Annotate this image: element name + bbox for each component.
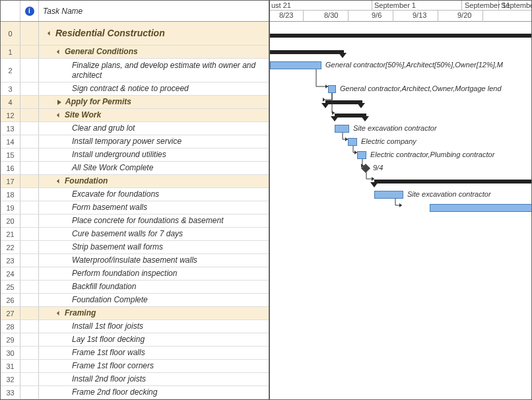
- task-row[interactable]: 20Place concrete for foundations & basem…: [1, 215, 269, 228]
- task-name-cell[interactable]: Clear and grub lot: [39, 122, 269, 135]
- row-id: 4: [1, 96, 20, 108]
- row-info: [20, 22, 39, 45]
- task-name-cell[interactable]: Install 1st floor joists: [39, 320, 269, 333]
- task-name-cell[interactable]: General Conditions: [39, 46, 269, 58]
- task-row[interactable]: 24Perform foundation inspection: [1, 267, 269, 281]
- collapse-icon[interactable]: [57, 311, 61, 316]
- task-name-cell[interactable]: Finalize plans, and develop estimate wit…: [39, 59, 269, 82]
- task-name-text: Finalize plans, and develop estimate wit…: [72, 61, 266, 80]
- task-name-cell[interactable]: Framing: [39, 307, 269, 319]
- task-row[interactable]: 31Frame 1st floor corners: [1, 360, 269, 373]
- task-name-text: Framing: [65, 308, 96, 317]
- task-row[interactable]: 27Framing: [1, 307, 269, 320]
- task-row[interactable]: 15Install underground utilities: [1, 149, 269, 162]
- task-name-cell[interactable]: Apply for Permits: [39, 96, 269, 108]
- row-info: [20, 162, 39, 174]
- task-row[interactable]: 32Install 2nd floor joists: [1, 373, 269, 386]
- task-name-text: Sign contract & notice to proceed: [72, 84, 189, 93]
- row-info: [20, 228, 39, 240]
- task-name-text: Backfill foundation: [72, 282, 136, 291]
- row-info: [20, 373, 39, 385]
- task-name-cell[interactable]: Strip basement wall forms: [39, 241, 269, 253]
- id-column-header[interactable]: [1, 1, 20, 21]
- task-name-text: Apply for Permits: [65, 97, 131, 106]
- row-id: 0: [1, 22, 20, 45]
- row-info: [20, 149, 39, 161]
- task-name-cell[interactable]: Place concrete for foundations & basemen…: [39, 215, 269, 227]
- task-row[interactable]: 25Backfill foundation: [1, 281, 269, 294]
- gantt-app: i Task Name 0Residential Construction1Ge…: [0, 0, 532, 400]
- info-column-header[interactable]: i: [20, 1, 39, 21]
- task-name-cell[interactable]: Frame 1st floor walls: [39, 347, 269, 359]
- task-name-cell[interactable]: Frame 1st floor corners: [39, 360, 269, 372]
- row-info: [20, 122, 39, 135]
- row-info: [20, 347, 39, 359]
- row-info: [20, 386, 39, 399]
- task-name-text: Cure basement walls for 7 days: [72, 229, 183, 238]
- timeline-body[interactable]: General contractor[50%],Architect[50%],O…: [270, 22, 531, 399]
- task-name-cell[interactable]: Install underground utilities: [39, 149, 269, 161]
- task-row[interactable]: 1General Conditions: [1, 46, 269, 59]
- task-row[interactable]: 2Finalize plans, and develop estimate wi…: [1, 59, 269, 83]
- task-row[interactable]: 29Lay 1st floor decking: [1, 333, 269, 347]
- task-bar[interactable]: [430, 204, 531, 212]
- task-name-cell[interactable]: Foundation: [39, 175, 269, 187]
- task-name-text: Install temporary power service: [72, 137, 182, 146]
- row-info: [20, 360, 39, 372]
- task-name-text: Perform foundation inspection: [72, 269, 177, 278]
- task-name-cell[interactable]: Frame 2nd floor decking: [39, 386, 269, 399]
- task-row[interactable]: 30Frame 1st floor walls: [1, 347, 269, 360]
- row-id: 21: [1, 228, 20, 240]
- row-id: 33: [1, 386, 20, 399]
- task-name-cell[interactable]: Backfill foundation: [39, 281, 269, 293]
- task-row[interactable]: 19Form basement walls: [1, 201, 269, 215]
- grid-header: i Task Name: [1, 1, 269, 22]
- row-info: [20, 307, 39, 319]
- task-row[interactable]: 16All Site Work Complete: [1, 162, 269, 175]
- task-name-text: General Conditions: [65, 47, 138, 56]
- timeline-panel[interactable]: ust 21September 1September 11September 2…: [270, 1, 531, 399]
- task-name-cell[interactable]: Cure basement walls for 7 days: [39, 228, 269, 240]
- task-row[interactable]: 33Frame 2nd floor decking: [1, 386, 269, 399]
- task-row[interactable]: 26Foundation Complete: [1, 294, 269, 307]
- task-grid: i Task Name 0Residential Construction1Ge…: [1, 1, 270, 399]
- task-row[interactable]: 13Clear and grub lot: [1, 122, 269, 135]
- task-name-text: Foundation Complete: [72, 295, 148, 304]
- task-row[interactable]: 21Cure basement walls for 7 days: [1, 228, 269, 241]
- task-name-cell[interactable]: Site Work: [39, 109, 269, 121]
- task-row[interactable]: 3Sign contract & notice to proceed: [1, 83, 269, 96]
- task-row[interactable]: 22Strip basement wall forms: [1, 241, 269, 254]
- task-row[interactable]: 0Residential Construction: [1, 22, 269, 46]
- task-name-cell[interactable]: Lay 1st floor decking: [39, 333, 269, 346]
- task-name-cell[interactable]: Install 2nd floor joists: [39, 373, 269, 385]
- collapse-icon[interactable]: [57, 113, 61, 117]
- task-name-cell[interactable]: Excavate for foundations: [39, 188, 269, 201]
- row-id: 15: [1, 149, 20, 161]
- task-name-column-header[interactable]: Task Name: [39, 1, 269, 21]
- task-name-cell[interactable]: Sign contract & notice to proceed: [39, 83, 269, 95]
- task-row[interactable]: 18Excavate for foundations: [1, 188, 269, 201]
- task-row[interactable]: 23Waterproof/insulate basement walls: [1, 254, 269, 267]
- task-row[interactable]: 17Foundation: [1, 175, 269, 188]
- collapse-icon[interactable]: [48, 31, 52, 36]
- task-row[interactable]: 28Install 1st floor joists: [1, 320, 269, 333]
- collapse-icon[interactable]: [57, 50, 61, 54]
- row-info: [20, 294, 39, 306]
- row-id: 17: [1, 175, 20, 187]
- task-row[interactable]: 4Apply for Permits: [1, 96, 269, 109]
- timeline-header: ust 21September 1September 11September 2…: [270, 1, 531, 22]
- task-name-cell[interactable]: Install temporary power service: [39, 135, 269, 148]
- task-row[interactable]: 12Site Work: [1, 109, 269, 122]
- row-id: 28: [1, 320, 20, 333]
- task-name-cell[interactable]: Waterproof/insulate basement walls: [39, 254, 269, 267]
- task-name-cell[interactable]: Foundation Complete: [39, 294, 269, 306]
- collapse-icon[interactable]: [57, 179, 61, 183]
- task-name-cell[interactable]: Residential Construction: [39, 22, 269, 45]
- task-name-cell[interactable]: Form basement walls: [39, 201, 269, 214]
- task-name-cell[interactable]: All Site Work Complete: [39, 162, 269, 174]
- row-info: [20, 96, 39, 108]
- task-name-cell[interactable]: Perform foundation inspection: [39, 267, 269, 280]
- expand-icon[interactable]: [57, 100, 61, 105]
- task-row[interactable]: 14Install temporary power service: [1, 135, 269, 149]
- row-id: 26: [1, 294, 20, 306]
